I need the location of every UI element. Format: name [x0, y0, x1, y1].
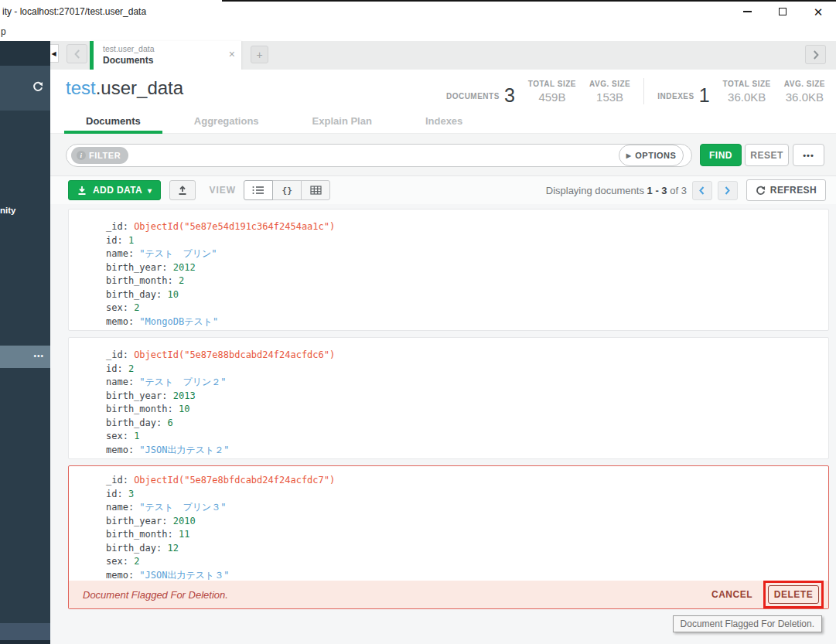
collection-stats: DOCUMENTS 3 TOTAL SIZE 459B AVG. SIZE 15… — [446, 74, 825, 105]
filter-pill: i FILTER — [71, 147, 128, 164]
stat-label: INDEXES — [657, 92, 694, 101]
filter-pill-label: FILTER — [89, 151, 121, 160]
maximize-button[interactable] — [765, 0, 800, 23]
document-card-1[interactable]: _id: ObjectId("5e87e54d191c364f2454aa1c"… — [68, 209, 829, 331]
document-field[interactable]: birth_year: 2013 — [106, 390, 816, 404]
document-field[interactable]: _id: ObjectId("5e87e8bfdcabd24f24acfdc7"… — [106, 474, 816, 488]
query-bar: i FILTER ▶ OPTIONS FIND RESET ••• — [50, 134, 836, 176]
document-field[interactable]: birth_day: 10 — [106, 288, 816, 302]
tab-aggregations[interactable]: Aggregations — [172, 108, 281, 134]
braces-icon: {} — [282, 186, 292, 196]
find-button[interactable]: FIND — [700, 144, 742, 166]
document-field[interactable]: _id: ObjectId("5e87e88bdcabd24f24acfdc6"… — [106, 349, 816, 363]
document-field[interactable]: sex: 2 — [106, 302, 816, 315]
toolbar-right: Displaying documents 1 - 3 of 3 REFRESH — [546, 179, 826, 201]
deletion-message: Document Flagged For Deletion. — [83, 589, 228, 601]
options-label: OPTIONS — [635, 151, 676, 160]
upload-icon — [177, 186, 188, 196]
minimize-button[interactable] — [729, 0, 765, 23]
sidebar-bottom-strip — [0, 623, 50, 640]
document-field[interactable]: _id: ObjectId("5e87e54d191c364f2454aa1c"… — [106, 220, 816, 234]
deletion-actions: CANCEL DELETE — [711, 581, 828, 608]
delete-button[interactable]: DELETE — [768, 585, 819, 604]
tab-label: Documents — [86, 115, 141, 127]
window-title: ity - localhost:27017/test.user_data — [2, 6, 146, 17]
mongodb-compass-window: { "titlebar": { "title": "ity - localhos… — [0, 0, 836, 644]
cancel-button[interactable]: CANCEL — [711, 589, 752, 600]
add-data-button[interactable]: ADD DATA ▾ — [68, 180, 161, 200]
document-field[interactable]: id: 3 — [106, 488, 816, 502]
sidebar-top-section — [0, 41, 50, 66]
tab-close-icon[interactable]: × — [229, 49, 235, 60]
document-card-3-flagged[interactable]: _id: ObjectId("5e87e8bfdcabd24f24acfdc7"… — [68, 465, 829, 609]
sidebar-bottom-edge — [0, 640, 50, 644]
document-field[interactable]: sex: 2 — [106, 555, 816, 569]
refresh-button[interactable]: REFRESH — [746, 179, 826, 201]
refresh-icon[interactable] — [32, 81, 43, 92]
document-field[interactable]: id: 2 — [106, 363, 816, 377]
tab-scroll-left-button[interactable] — [67, 44, 87, 63]
stat-label: AVG. SIZE — [784, 80, 825, 88]
stat-documents: DOCUMENTS 3 — [446, 87, 515, 106]
document-field[interactable]: birth_month: 10 — [106, 403, 816, 417]
workspace-tab-active[interactable]: test.user_data Documents × — [90, 41, 241, 70]
document-field[interactable]: name: "テスト プリン" — [106, 247, 816, 261]
document-fields: _id: ObjectId("5e87e8bfdcabd24f24acfdc7"… — [69, 466, 828, 582]
sidebar-refresh-section — [0, 66, 50, 111]
document-field[interactable]: name: "テスト プリン３" — [106, 501, 816, 515]
sidebar: nity ••• — [0, 41, 50, 644]
list-view-icon — [252, 186, 264, 195]
document-field[interactable]: id: 1 — [106, 234, 816, 248]
tab-indexes[interactable]: Indexes — [404, 108, 484, 134]
collection-name: .user_data — [96, 77, 183, 98]
ellipsis-icon: ••• — [33, 353, 44, 360]
displaying-documents-text: Displaying documents 1 - 3 of 3 — [546, 185, 687, 196]
document-field[interactable]: birth_day: 12 — [106, 542, 816, 556]
close-button[interactable]: ✕ — [800, 0, 836, 23]
stat-value: 459B — [538, 90, 565, 104]
previous-page-button[interactable] — [692, 181, 712, 200]
document-field[interactable]: name: "テスト プリン２" — [106, 376, 816, 390]
tab-documents[interactable]: Documents — [64, 108, 162, 134]
maximize-icon — [779, 8, 787, 15]
document-field[interactable]: birth_month: 2 — [106, 274, 816, 288]
view-json-button[interactable]: {} — [272, 180, 302, 200]
stat-doc-avg-size: AVG. SIZE 153B — [589, 80, 630, 105]
titlebar: ity - localhost:27017/test.user_data ✕ — [0, 0, 836, 23]
tab-scroll-right-button[interactable] — [805, 45, 826, 64]
filter-input[interactable]: i FILTER — [66, 144, 692, 167]
chevron-right-icon — [813, 50, 819, 60]
page-title: test.user_data — [66, 77, 183, 99]
document-field[interactable]: birth_year: 2012 — [106, 261, 816, 275]
document-card-2[interactable]: _id: ObjectId("5e87e88bdcabd24f24acfdc6"… — [68, 337, 829, 459]
namespace-header: test.user_data DOCUMENTS 3 TOTAL SIZE 45… — [50, 70, 836, 108]
stat-idx-avg-size: AVG. SIZE 36.0KB — [784, 80, 825, 105]
document-field[interactable]: memo: "JSON出力テスト２" — [106, 444, 816, 458]
tab-explain-plan[interactable]: Explain Plan — [291, 108, 394, 134]
document-field[interactable]: birth_month: 11 — [106, 528, 816, 542]
export-collection-button[interactable] — [169, 180, 196, 200]
view-table-button[interactable] — [301, 180, 330, 200]
next-page-button[interactable] — [718, 181, 738, 200]
stat-indexes: INDEXES 1 — [657, 87, 709, 106]
triangle-left-icon: ◀ — [51, 50, 56, 57]
menu-item-truncated[interactable]: p — [1, 26, 6, 37]
document-field[interactable]: birth_year: 2010 — [106, 515, 816, 529]
view-label: VIEW — [210, 185, 237, 196]
new-tab-button[interactable]: + — [251, 46, 268, 63]
document-field[interactable]: memo: "MongoDBテスト" — [106, 315, 816, 329]
stat-value: 3 — [504, 87, 515, 104]
stat-value: 1 — [699, 87, 710, 104]
document-field[interactable]: birth_day: 6 — [106, 417, 816, 431]
stat-doc-total-size: TOTAL SIZE 459B — [528, 80, 576, 105]
stat-value: 36.0KB — [728, 90, 766, 104]
sidebar-item-more[interactable]: ••• — [0, 346, 50, 368]
view-list-button[interactable] — [244, 180, 273, 200]
table-view-icon — [310, 186, 322, 195]
document-list: _id: ObjectId("5e87e54d191c364f2454aa1c"… — [50, 204, 836, 644]
document-field[interactable]: sex: 1 — [106, 430, 816, 444]
options-button[interactable]: ▶ OPTIONS — [619, 145, 684, 166]
download-icon — [77, 186, 87, 196]
query-more-button[interactable]: ••• — [793, 144, 824, 166]
reset-button[interactable]: RESET — [745, 144, 789, 166]
